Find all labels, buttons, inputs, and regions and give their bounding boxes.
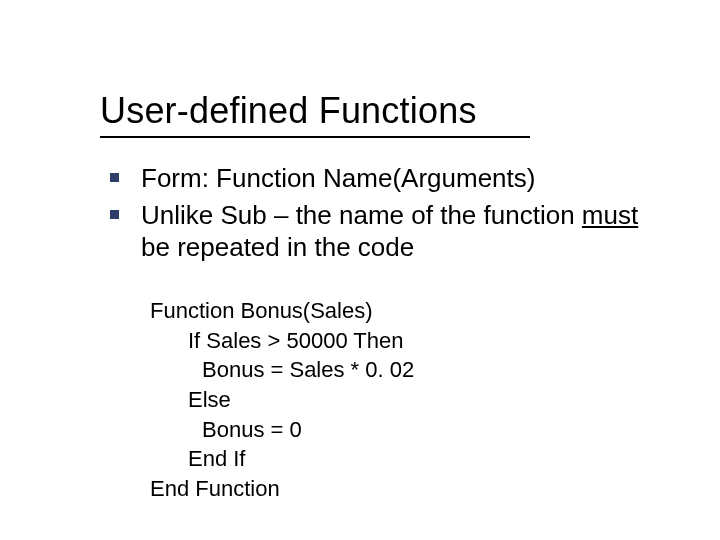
code-line: Bonus = 0 [150, 415, 414, 445]
slide-title: User-defined Functions [100, 90, 477, 132]
list-item: Form: Function Name(Arguments) [110, 162, 640, 195]
bullet-text: Form: Function Name(Arguments) [141, 162, 535, 195]
code-line: Function Bonus(Sales) [150, 296, 414, 326]
list-item: Unlike Sub – the name of the function mu… [110, 199, 640, 264]
code-line: End If [150, 444, 414, 474]
code-line: Bonus = Sales * 0. 02 [150, 355, 414, 385]
bullet-text-underlined: must [582, 200, 638, 230]
square-bullet-icon [110, 210, 119, 219]
code-line: Else [150, 385, 414, 415]
bullet-text-prefix: Unlike Sub – the name of the function [141, 200, 582, 230]
square-bullet-icon [110, 173, 119, 182]
slide: User-defined Functions Form: Function Na… [0, 0, 720, 540]
bullet-text: Unlike Sub – the name of the function mu… [141, 199, 640, 264]
code-line: End Function [150, 474, 414, 504]
bullet-list: Form: Function Name(Arguments) Unlike Su… [110, 162, 640, 268]
code-example: Function Bonus(Sales) If Sales > 50000 T… [150, 296, 414, 504]
bullet-text-suffix: be repeated in the code [141, 232, 414, 262]
title-underline [100, 136, 530, 138]
code-line: If Sales > 50000 Then [150, 326, 414, 356]
